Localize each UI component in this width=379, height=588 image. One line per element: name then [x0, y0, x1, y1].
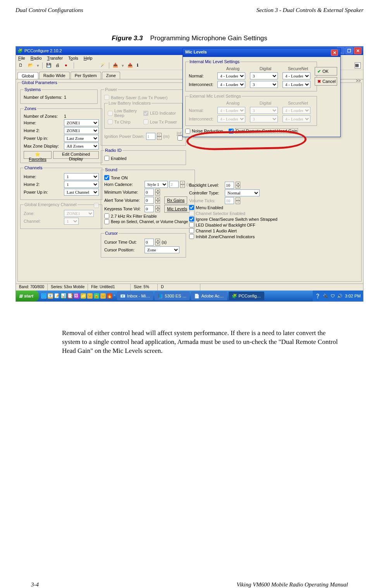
batsaver-checkbox — [104, 95, 109, 100]
int-normal-secure[interactable]: 4 - Loudest — [283, 72, 310, 79]
ctrltype-combo[interactable]: Normal — [225, 189, 260, 196]
write-icon[interactable]: 📤 — [127, 62, 133, 69]
keyvol-label: Keypress Tone Vol: — [104, 206, 143, 211]
task-inbox[interactable]: 📧 Inbox - Mi… — [117, 292, 153, 300]
ch1audio-checkbox[interactable] — [189, 228, 194, 233]
horncad-combo[interactable]: Style 1 — [145, 181, 168, 188]
tab-zone[interactable]: Zone — [102, 72, 120, 79]
save-icon[interactable]: 💾 — [46, 62, 52, 69]
task-5300[interactable]: 📘 5300 ES … — [155, 292, 190, 300]
beep-checkbox[interactable] — [104, 219, 109, 224]
tab-radio-wide[interactable]: Radio Wide — [39, 72, 70, 79]
wizard-icon[interactable]: 🪄 — [100, 62, 106, 69]
info-icon[interactable]: ℹ — [136, 62, 143, 69]
inhibitzone-checkbox[interactable] — [189, 234, 194, 239]
backlight-input[interactable] — [225, 182, 234, 189]
tab-global[interactable]: Global — [17, 72, 38, 79]
home2-label: Home 2: — [24, 128, 62, 133]
ql-icon[interactable]: 😊 — [87, 293, 93, 299]
cursorto-input[interactable] — [145, 239, 154, 246]
new-icon[interactable]: 🗋 — [18, 62, 24, 69]
ql-icon[interactable]: 📝 — [54, 293, 60, 299]
ch-home-combo[interactable]: 1 — [64, 173, 99, 180]
menu-help[interactable]: Help — [84, 56, 93, 60]
cursorto-spinner[interactable]: ▴▾ — [155, 239, 160, 246]
close-button[interactable]: ✕ — [354, 47, 362, 54]
open-icon[interactable]: 📂 — [28, 62, 34, 69]
tray-icon[interactable]: 🔌 — [323, 294, 328, 299]
menu-radio[interactable]: Radio — [31, 56, 42, 60]
noise-reduction-checkbox[interactable] — [185, 129, 190, 134]
ql-icon[interactable]: 🔥 — [107, 293, 112, 299]
powerup-combo[interactable]: Last Zone — [64, 135, 99, 142]
ok-button[interactable]: ✔OK — [315, 67, 337, 76]
ext-inter-analog: 4 - Loudest — [217, 115, 245, 122]
ql-icon[interactable]: 🔒 — [94, 293, 99, 299]
more-arrow[interactable]: >> — [356, 78, 361, 83]
ql-icon[interactable]: 📁 — [81, 293, 86, 299]
edit-combined-display-button[interactable]: Edit Combined Display — [53, 151, 99, 159]
cursorpos-combo[interactable]: Zone — [145, 246, 179, 253]
menuenabled-checkbox[interactable] — [189, 205, 194, 210]
ql-icon[interactable]: 📑 — [67, 293, 73, 299]
tray-icon[interactable]: 🔊 — [337, 294, 343, 299]
tray-icon[interactable]: ❔ — [315, 294, 320, 299]
expand-icon[interactable]: ▦ — [355, 62, 361, 69]
leddis-checkbox[interactable] — [189, 222, 194, 227]
int-normal-digital[interactable]: 3 — [250, 72, 278, 79]
tray-icon[interactable]: 🛡 — [331, 294, 335, 298]
keyvol-spinner[interactable]: ▴▾ — [155, 205, 160, 212]
maximize-button[interactable]: ❐ — [345, 47, 353, 54]
int-inter-secure[interactable]: 4 - Loudest — [283, 81, 310, 88]
col-digital: Digital — [250, 66, 281, 71]
powerup-label: Power Up in: — [24, 136, 62, 141]
ql-icon[interactable]: 🖼 — [74, 293, 79, 299]
tab-per-system[interactable]: Per System — [71, 72, 101, 79]
menu-tools[interactable]: Tools — [68, 56, 78, 60]
backlight-spinner[interactable]: ▴▾ — [236, 182, 240, 189]
ql-icon[interactable]: 📧 — [48, 293, 53, 299]
chsel-checkbox — [189, 211, 194, 216]
ignpd-spinner[interactable]: ▴▾ — [157, 133, 162, 140]
ch-powerup-combo[interactable]: Last Channel — [64, 189, 99, 196]
home-combo[interactable]: ZONE1 — [64, 119, 99, 126]
task-pcconfig[interactable]: 🧩 PCConfig… — [229, 292, 264, 300]
int-inter-digital[interactable]: 3 — [250, 81, 278, 88]
inf-checkbox[interactable] — [177, 136, 183, 141]
cursor-legend: Cursor — [104, 231, 119, 236]
maxzone-combo[interactable]: All Zones — [64, 143, 99, 150]
task-adobe[interactable]: 📄 Adobe Ac… — [191, 292, 227, 300]
stop-icon[interactable]: ● — [64, 62, 71, 69]
ledind-label: LED Indicator — [150, 111, 176, 115]
cancel-button[interactable]: ✖Cancel — [315, 77, 337, 86]
27k-checkbox[interactable] — [104, 213, 109, 218]
ch-home-label: Home: — [24, 174, 62, 179]
int-normal-analog[interactable]: 4 - Loudest — [217, 72, 245, 79]
ql-icon[interactable]: 📊 — [61, 293, 66, 299]
rxgains-button[interactable]: Rx Gains — [164, 196, 187, 204]
keyvol-input[interactable] — [145, 205, 154, 212]
ql-icon[interactable]: 😊 — [100, 293, 106, 299]
menu-file[interactable]: File — [18, 56, 25, 60]
miclevels-button[interactable]: Mic Levels — [164, 205, 190, 213]
ignpd-input[interactable] — [146, 133, 155, 140]
read-icon[interactable]: 📥 — [112, 62, 119, 69]
favorites-button[interactable]: ⭐ Favorites — [24, 151, 52, 159]
minvol-input[interactable] — [145, 189, 154, 196]
ch-home2-combo[interactable]: 1 — [64, 181, 99, 188]
alertvol-spinner[interactable]: ▴▾ — [155, 197, 160, 204]
print-icon[interactable]: 🖨 — [55, 62, 61, 69]
ignoreclr-checkbox[interactable] — [189, 217, 194, 222]
ignpd-unit: (m) — [163, 134, 170, 139]
home2-combo[interactable]: ZONE1 — [64, 127, 99, 134]
ql-icon[interactable]: 🌐 — [41, 293, 47, 299]
enabled-checkbox[interactable] — [104, 156, 109, 161]
alertvol-input[interactable] — [145, 197, 154, 204]
minvol-spinner[interactable]: ▴▾ — [155, 189, 160, 196]
dialog-close-button[interactable]: ✕ — [331, 50, 338, 56]
mic-levels-dialog: Mic Levels✕ ✔OK ✖Cancel Internal Mic Lev… — [183, 48, 341, 137]
toneon-checkbox[interactable] — [104, 175, 109, 180]
menu-transfer[interactable]: Transfer — [47, 56, 63, 60]
int-inter-analog[interactable]: 4 - Loudest — [217, 81, 245, 88]
start-button[interactable]: ⊞start — [16, 291, 39, 301]
